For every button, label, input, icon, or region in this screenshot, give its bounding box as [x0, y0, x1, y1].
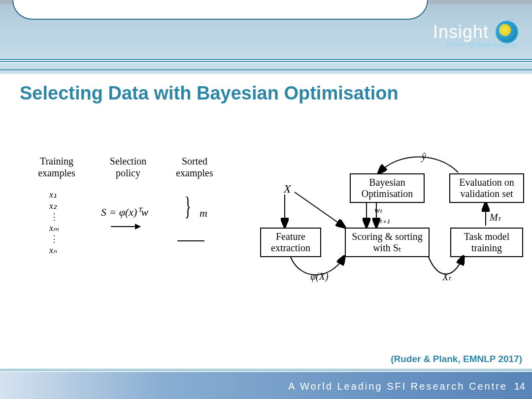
header-rule-2: [0, 69, 532, 70]
col-selection-label: Selection policy: [101, 155, 155, 179]
xt-label: Xₜ: [442, 271, 451, 283]
slide-title: Selecting Data with Bayesian Optimisatio…: [20, 83, 399, 104]
formula: S = φ(x)ᵀw: [101, 206, 148, 218]
header-curve: [12, 0, 428, 20]
slide: Insight Centre for Data Analytics Select…: [0, 0, 532, 399]
citation: (Ruder & Plank, EMNLP 2017): [391, 354, 522, 365]
input-X: X: [284, 182, 291, 196]
yhat-label: ŷ: [422, 151, 426, 162]
wt-label: wₜ: [374, 205, 382, 215]
wt1-label: wₜ₊₁: [374, 215, 390, 226]
brand-tagline: Centre for Data Analytics: [433, 41, 518, 48]
task-model-box: Task model training: [450, 228, 523, 257]
bayes-opt-box: Bayesian Optimisation: [350, 173, 425, 203]
evaluation-box: Evaluation on validation set: [449, 173, 524, 203]
col-training-label: Training examples: [30, 155, 84, 179]
x2: x₂: [49, 200, 59, 212]
selection-formula-block: S = φ(x)ᵀw: [101, 206, 148, 231]
col-sorted-label: Sorted examples: [167, 155, 222, 179]
m-label: m: [200, 207, 207, 220]
scoring-sorting-box: Scoring & sorting with Sₜ: [345, 228, 430, 257]
sorted-underline: [177, 240, 204, 241]
footer-text: A World Leading SFI Research Centre: [288, 381, 507, 392]
vdots: ⋮: [49, 211, 59, 223]
phi-x-label: φ(X): [310, 271, 329, 282]
xn: xₙ: [49, 245, 59, 256]
training-examples-list: x₁ x₂ ⋮ xₘ ⋮ xₙ: [49, 189, 59, 256]
feature-extraction-box: Feature extraction: [260, 228, 321, 257]
header-rule: [0, 59, 532, 63]
curly-brace-icon: }: [185, 191, 192, 221]
x1: x₁: [49, 189, 59, 200]
brand-logo: Insight Centre for Data Analytics: [433, 21, 518, 48]
page-number: 14: [514, 381, 525, 392]
brand-orb-icon: [496, 21, 518, 43]
xm: xₘ: [49, 223, 59, 234]
vdots2: ⋮: [49, 233, 59, 245]
footer: A World Leading SFI Research Centre 14: [0, 372, 532, 399]
arrow-right-icon: [111, 226, 140, 227]
brand-name: Insight: [433, 22, 489, 42]
mt-label: Mₜ: [490, 211, 501, 223]
